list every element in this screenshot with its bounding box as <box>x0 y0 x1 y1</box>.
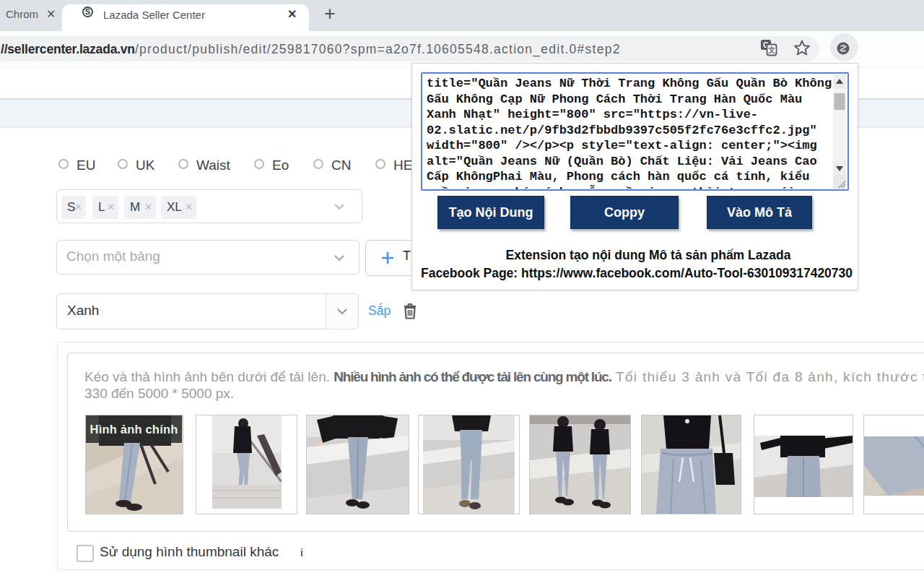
svg-text:文: 文 <box>768 46 776 54</box>
